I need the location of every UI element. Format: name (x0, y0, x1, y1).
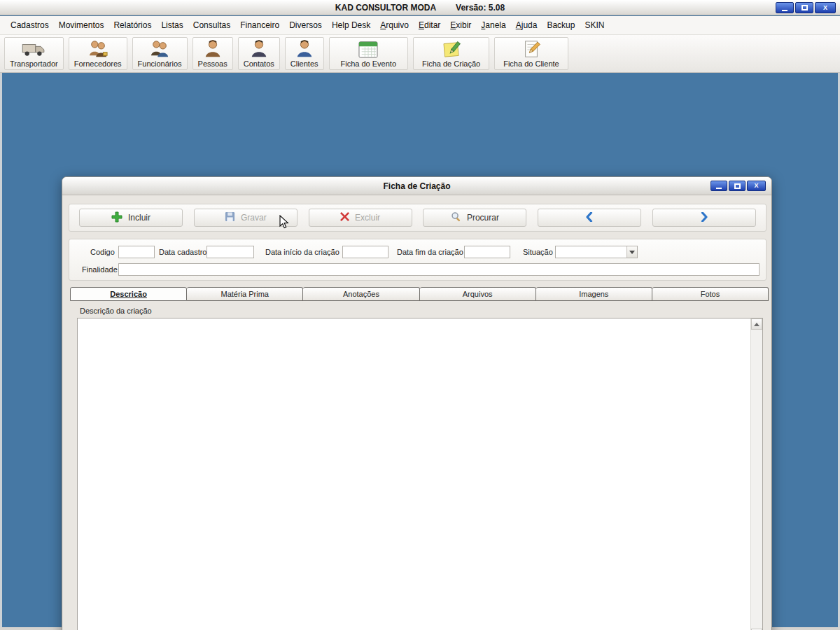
menu-item-relatorios[interactable]: Relatórios (108, 18, 156, 33)
toolbar-ficha-do-evento-button[interactable]: Ficha do Evento (329, 37, 409, 70)
red-x-icon (340, 212, 349, 223)
plus-icon (111, 211, 122, 225)
chevron-down-icon (629, 251, 635, 257)
minimize-icon (716, 188, 722, 189)
close-icon: X (754, 183, 758, 189)
window-frame-left (0, 73, 2, 630)
main-toolbar: Transportador Fornecedores Funcionários … (0, 35, 840, 73)
app-title: KAD CONSULTOR MODA (335, 3, 436, 13)
window-controls: X (776, 2, 836, 13)
descricao-textarea[interactable] (77, 318, 763, 630)
chevron-right-icon (699, 212, 709, 224)
dialog-close-button[interactable]: X (747, 181, 766, 191)
menu-item-editar[interactable]: Editar (414, 18, 445, 33)
person-icon (203, 39, 223, 59)
maximize-icon (802, 5, 808, 10)
tab-label: Arquivos (463, 290, 493, 298)
minimize-button[interactable] (776, 2, 794, 13)
menu-item-movimentos[interactable]: Movimentos (54, 18, 109, 33)
data-fim-label: Data fim da criação (397, 248, 463, 256)
menu-item-backup[interactable]: Backup (542, 18, 580, 33)
maximize-button[interactable] (795, 2, 813, 13)
previous-record-button[interactable] (538, 209, 641, 227)
scroll-up-button[interactable] (751, 318, 762, 330)
toolbar-ficha-do-cliente-button[interactable]: Ficha do Cliente (494, 37, 568, 70)
menu-item-ajuda[interactable]: Ajuda (511, 18, 542, 33)
excluir-button[interactable]: Excluir (309, 209, 412, 227)
toolbar-label: Fornecedores (74, 59, 122, 68)
record-fields-panel: Codigo Data cadastro Data início da cria… (69, 239, 766, 281)
dropdown-arrow-icon[interactable] (626, 246, 637, 258)
tab-imagens[interactable]: Imagens (536, 287, 652, 301)
menu-item-consultas[interactable]: Consultas (188, 18, 235, 33)
tab-materia-prima[interactable]: Matéria Prima (187, 287, 303, 301)
contact-person-icon (249, 39, 269, 59)
dialog-title: Ficha de Criação (383, 181, 450, 191)
toolbar-label: Ficha de Criação (422, 59, 480, 68)
toolbar-contatos-button[interactable]: Contatos (238, 37, 280, 70)
incluir-button[interactable]: Incluir (79, 209, 183, 227)
menu-item-cadastros[interactable]: Cadastros (6, 18, 54, 33)
arrow-up-icon (754, 320, 760, 326)
vertical-scrollbar[interactable] (750, 318, 762, 630)
dialog-minimize-button[interactable] (710, 181, 727, 191)
close-icon: X (823, 5, 827, 11)
tab-label: Imagens (579, 290, 608, 298)
data-inicio-label: Data início da criação (265, 248, 340, 256)
descricao-text[interactable] (78, 318, 750, 630)
toolbar-pessoas-button[interactable]: Pessoas (192, 37, 233, 70)
dialog-maximize-button[interactable] (729, 181, 746, 191)
action-toolbar: Incluir Gravar Excluir Procurar (69, 204, 766, 232)
data-cadastro-input[interactable] (206, 246, 254, 258)
menu-item-janela[interactable]: Janela (476, 18, 510, 33)
tab-anotacoes[interactable]: Anotações (303, 287, 419, 301)
data-fim-input[interactable] (464, 246, 510, 258)
toolbar-transportador-button[interactable]: Transportador (4, 37, 64, 70)
next-record-button[interactable] (652, 209, 756, 227)
menu-item-exibir[interactable]: Exibir (445, 18, 476, 33)
tabstrip: Descrição Matéria Prima Anotações Arquiv… (70, 287, 769, 301)
tab-label: Descrição (110, 290, 147, 298)
employees-people-icon (149, 39, 170, 59)
truck-icon (22, 39, 46, 59)
tab-arquivos[interactable]: Arquivos (420, 287, 536, 301)
dialog-titlebar[interactable]: Ficha de Criação X (62, 177, 771, 195)
maximize-icon (734, 183, 741, 189)
codigo-input[interactable] (118, 246, 155, 258)
dialog-window-controls: X (710, 181, 766, 191)
menu-item-listas[interactable]: Listas (156, 18, 188, 33)
menu-item-financeiro[interactable]: Financeiro (235, 18, 284, 33)
floppy-disk-icon (225, 211, 235, 224)
data-cadastro-label: Data cadastro (159, 248, 206, 256)
toolbar-label: Ficha do Cliente (503, 59, 559, 68)
chevron-left-icon (584, 212, 594, 224)
menu-item-skin[interactable]: SKIN (580, 18, 609, 33)
tab-label: Fotos (701, 290, 720, 298)
title-text: KAD CONSULTOR MODA Versão: 5.08 (335, 3, 505, 13)
toolbar-ficha-de-criacao-button[interactable]: Ficha de Criação (413, 37, 489, 70)
toolbar-fornecedores-button[interactable]: Fornecedores (69, 37, 127, 70)
tab-fotos[interactable]: Fotos (652, 287, 769, 301)
gravar-button[interactable]: Gravar (194, 209, 298, 227)
menu-item-help-desk[interactable]: Help Desk (327, 18, 375, 33)
minimize-icon (782, 10, 788, 11)
menu-item-diversos[interactable]: Diversos (284, 18, 327, 33)
gravar-label: Gravar (241, 213, 267, 223)
magnifier-icon (451, 211, 461, 224)
situacao-select[interactable] (555, 246, 638, 258)
finalidade-input[interactable] (118, 263, 760, 276)
toolbar-label: Funcionários (138, 59, 182, 68)
menu-item-arquivo[interactable]: Arquivo (375, 18, 414, 33)
finalidade-label: Finalidade (82, 265, 118, 274)
data-inicio-input[interactable] (342, 246, 388, 258)
tab-descricao[interactable]: Descrição (70, 287, 187, 301)
tab-label: Matéria Prima (221, 290, 269, 298)
desktop: Ficha de Criação X Incluir Gravar (0, 73, 840, 630)
titlebar: KAD CONSULTOR MODA Versão: 5.08 X (0, 0, 840, 15)
ficha-de-criacao-window: Ficha de Criação X Incluir Gravar (62, 176, 772, 630)
close-button[interactable]: X (815, 2, 836, 13)
toolbar-clientes-button[interactable]: Clientes (285, 37, 324, 70)
toolbar-funcionarios-button[interactable]: Funcionários (132, 37, 188, 70)
procurar-button[interactable]: Procurar (423, 209, 526, 227)
note-pencil-icon (441, 39, 462, 59)
